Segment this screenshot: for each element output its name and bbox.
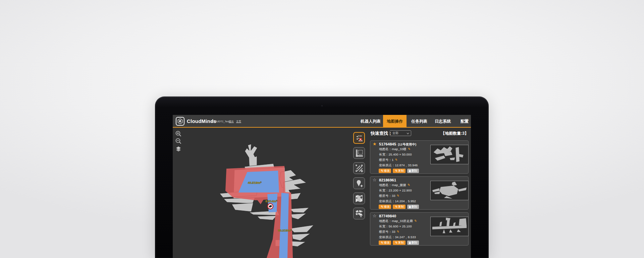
robot-position-marker xyxy=(268,204,273,209)
home-link[interactable]: 主页 xyxy=(236,120,241,123)
map-thumbnail xyxy=(430,145,469,164)
tool-upload-map-button[interactable] xyxy=(353,208,365,219)
map-size-row: 长宽：25.400 × 50.000 xyxy=(379,153,412,157)
map-thumbnail xyxy=(430,217,469,236)
edit-icon[interactable]: ✎ xyxy=(407,183,410,187)
map-name-row: 地图名：map_腿腿✎ xyxy=(379,183,410,187)
card-id: 82186961 xyxy=(379,178,396,182)
logout-link[interactable]: 退出 xyxy=(229,120,234,123)
area-label: 40.519m² xyxy=(248,181,262,184)
modify-button[interactable]: ✎修改 xyxy=(379,169,391,173)
delete-button[interactable]: 删除 xyxy=(407,169,419,173)
edit-icon: ✎ xyxy=(380,205,383,209)
add-virtual-wall-icon xyxy=(354,163,364,173)
modify-button[interactable]: ✎修改 xyxy=(379,241,391,245)
star-icon[interactable]: ★ xyxy=(373,141,377,146)
edit-icon[interactable]: ✎ xyxy=(414,219,417,223)
map-origin-row: 坐标原点：14.204，5.952 xyxy=(379,199,416,204)
nav-item-log-system[interactable]: 日志系统 xyxy=(433,115,453,128)
quick-search-value: 全部 xyxy=(392,131,398,135)
map-size-row: 长宽：23.200 × 22.900 xyxy=(379,188,412,193)
edit-icon[interactable]: ✎ xyxy=(408,147,410,151)
map-name-row: 地图名：map_33层走廊✎ xyxy=(379,219,417,223)
copy-button[interactable]: ✎复制 xyxy=(393,169,405,173)
tool-delete-map-button[interactable] xyxy=(353,192,365,204)
copy-icon: ✎ xyxy=(394,241,397,245)
map-origin-row: 坐标原点：12.874，33.946 xyxy=(379,163,418,168)
map-floor-row: 楼层号：33✎ xyxy=(379,230,399,234)
area-label: 80.215m² xyxy=(278,228,292,232)
trash-icon xyxy=(409,206,411,208)
delete-map-icon xyxy=(354,194,364,203)
map-card: ☆ 87749840 地图名：map_33层走廊✎ 长宽：56.600 × 25… xyxy=(370,212,469,246)
map-canvas[interactable]: 40.519m² 8.614m² 80.215m² xyxy=(173,128,351,258)
upload-map-icon xyxy=(354,209,364,218)
edit-icon[interactable]: ✎ xyxy=(394,158,397,162)
tool-add-point-button[interactable] xyxy=(353,177,365,189)
quick-search-label: 快速查找： xyxy=(371,130,392,136)
edit-icon[interactable]: ✎ xyxy=(396,230,399,233)
star-icon[interactable]: ☆ xyxy=(373,177,377,182)
webcam-dot xyxy=(321,105,323,106)
map-floor-row: 楼层号：1✎ xyxy=(379,158,397,162)
nav-item-robot-list[interactable]: 机器人列表 xyxy=(361,115,381,128)
edit-icon: ✎ xyxy=(380,169,383,173)
card-usage-badge: (12号使用中) xyxy=(398,142,416,146)
nav-item-task-list[interactable]: 任务列表 xyxy=(409,115,429,128)
card-id: 87749840 xyxy=(379,214,396,218)
map-floor-row: 楼层号：33✎ xyxy=(379,194,399,198)
tool-measure-area-button[interactable] xyxy=(353,147,365,159)
copy-icon: ✎ xyxy=(394,205,397,209)
map-card: ★ 51764845(12号使用中) 地图名：map_33楼✎ 长宽：25.40… xyxy=(370,140,469,174)
nav-item-config[interactable]: 配置 xyxy=(458,115,471,128)
map-card: ☆ 82186961 地图名：map_腿腿✎ 长宽：23.200 × 22.90… xyxy=(370,176,469,210)
map-thumbnail xyxy=(430,181,469,200)
quick-search-select[interactable]: 全部 xyxy=(390,130,411,136)
map-name-row: 地图名：map_33楼✎ xyxy=(379,147,410,152)
app-screen: CloudMinds 欢迎BJDT2_Test 退出 主页 机器人列表 地图操作… xyxy=(173,115,471,258)
copy-button[interactable]: ✎复制 xyxy=(393,241,405,245)
copy-icon: ✎ xyxy=(394,169,397,173)
cloudminds-logo-icon xyxy=(176,117,184,126)
edit-icon[interactable]: ✎ xyxy=(396,194,399,198)
map-count: 【地图数量:3】 xyxy=(441,131,469,136)
trash-icon xyxy=(409,242,411,244)
card-id: 51764845(12号使用中) xyxy=(379,142,416,147)
chevron-down-icon xyxy=(407,133,409,134)
laptop-mockup: CloudMinds 欢迎BJDT2_Test 退出 主页 机器人列表 地图操作… xyxy=(155,96,489,258)
tool-map-task-list-button[interactable] xyxy=(353,132,365,144)
welcome-text: 欢迎BJDT2_Test xyxy=(211,120,229,123)
star-icon[interactable]: ☆ xyxy=(373,213,377,218)
delete-button[interactable]: 删除 xyxy=(407,205,419,209)
map-task-list-icon xyxy=(354,133,364,143)
measure-area-icon xyxy=(354,148,364,158)
tool-add-virtual-wall-button[interactable] xyxy=(353,162,365,174)
trash-icon xyxy=(409,170,411,172)
nav-item-map-operations[interactable]: 地图操作 xyxy=(383,115,407,128)
delete-button[interactable]: 删除 xyxy=(407,241,419,245)
modify-button[interactable]: ✎修改 xyxy=(379,205,391,209)
map-size-row: 长宽：56.600 × 25.100 xyxy=(379,224,412,229)
page-background: CloudMinds 欢迎BJDT2_Test 退出 主页 机器人列表 地图操作… xyxy=(0,0,644,258)
edit-icon: ✎ xyxy=(380,241,383,245)
area-label: 8.614m² xyxy=(265,199,277,203)
copy-button[interactable]: ✎复制 xyxy=(393,205,405,209)
map-origin-row: 坐标原点：34.247，8.533 xyxy=(379,235,416,240)
add-point-icon xyxy=(354,178,364,188)
navbar: CloudMinds 欢迎BJDT2_Test 退出 主页 机器人列表 地图操作… xyxy=(173,115,471,128)
